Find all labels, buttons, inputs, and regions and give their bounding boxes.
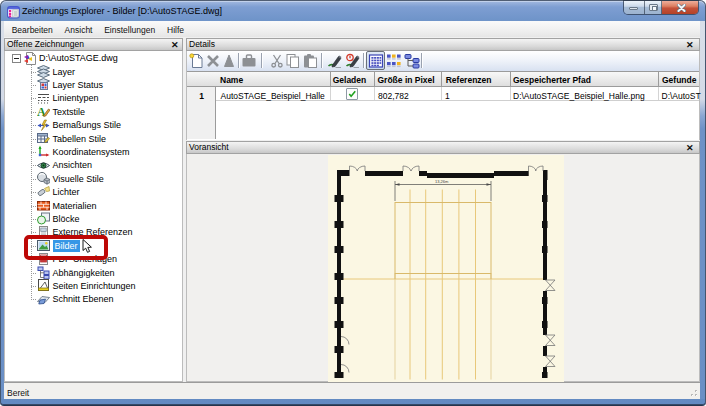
svg-text:13,26m: 13,26m xyxy=(435,179,449,184)
